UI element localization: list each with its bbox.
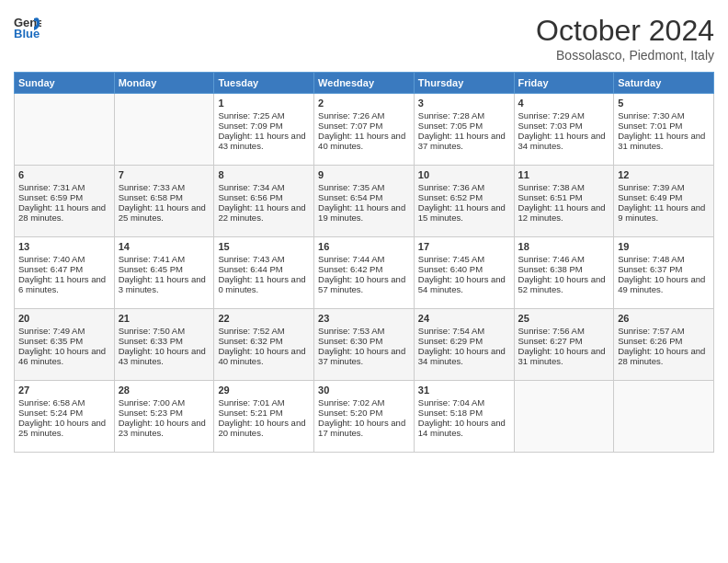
day-number: 22 <box>218 313 310 324</box>
calendar-cell: 10Sunrise: 7:36 AMSunset: 6:52 PMDayligh… <box>414 166 514 237</box>
day-info: Sunset: 6:52 PM <box>418 192 510 202</box>
day-info: Sunset: 5:20 PM <box>318 408 410 418</box>
calendar-table: Sunday Monday Tuesday Wednesday Thursday… <box>14 72 714 453</box>
day-info: Sunset: 6:26 PM <box>618 336 710 346</box>
day-info: Sunrise: 7:26 AM <box>318 110 410 121</box>
calendar-cell: 21Sunrise: 7:50 AMSunset: 6:33 PMDayligh… <box>114 309 214 381</box>
day-number: 7 <box>119 169 210 180</box>
day-number: 1 <box>218 98 310 109</box>
day-info: Daylight: 10 hours and 17 minutes. <box>318 418 410 438</box>
day-number: 21 <box>119 313 210 324</box>
day-info: Sunset: 6:37 PM <box>618 264 710 274</box>
day-number: 4 <box>518 98 610 109</box>
day-number: 19 <box>618 241 710 252</box>
day-number: 13 <box>18 241 110 252</box>
day-info: Sunset: 7:03 PM <box>518 121 610 131</box>
day-info: Daylight: 10 hours and 23 minutes. <box>119 418 210 438</box>
day-info: Daylight: 11 hours and 34 minutes. <box>518 131 610 151</box>
day-info: Sunset: 5:24 PM <box>18 408 110 418</box>
day-info: Sunset: 6:59 PM <box>18 192 110 202</box>
day-info: Daylight: 10 hours and 37 minutes. <box>318 346 410 366</box>
day-number: 3 <box>418 98 510 109</box>
calendar-cell: 18Sunrise: 7:46 AMSunset: 6:38 PMDayligh… <box>514 237 614 309</box>
day-info: Sunrise: 7:35 AM <box>318 182 410 192</box>
day-info: Sunset: 6:27 PM <box>518 336 610 346</box>
day-number: 20 <box>18 313 110 324</box>
day-info: Sunset: 5:23 PM <box>119 408 210 418</box>
day-info: Sunset: 7:05 PM <box>418 121 510 131</box>
calendar-cell <box>114 94 214 166</box>
calendar-cell: 7Sunrise: 7:33 AMSunset: 6:58 PMDaylight… <box>114 166 214 237</box>
day-number: 14 <box>119 241 210 252</box>
day-info: Sunrise: 7:30 AM <box>618 110 710 121</box>
day-info: Daylight: 11 hours and 25 minutes. <box>119 202 210 223</box>
day-number: 28 <box>119 385 210 396</box>
calendar-cell: 2Sunrise: 7:26 AMSunset: 7:07 PMDaylight… <box>314 94 415 166</box>
day-info: Daylight: 10 hours and 54 minutes. <box>418 274 510 294</box>
day-info: Daylight: 11 hours and 15 minutes. <box>418 202 510 223</box>
day-info: Sunset: 6:29 PM <box>418 336 510 346</box>
day-number: 17 <box>418 241 510 252</box>
calendar-cell: 5Sunrise: 7:30 AMSunset: 7:01 PMDaylight… <box>614 94 714 166</box>
day-info: Sunrise: 7:39 AM <box>618 182 710 192</box>
day-number: 16 <box>318 241 410 252</box>
calendar-cell: 25Sunrise: 7:56 AMSunset: 6:27 PMDayligh… <box>514 309 614 381</box>
day-info: Sunset: 6:38 PM <box>518 264 610 274</box>
calendar-cell: 16Sunrise: 7:44 AMSunset: 6:42 PMDayligh… <box>314 237 415 309</box>
day-info: Daylight: 10 hours and 28 minutes. <box>618 346 710 366</box>
day-info: Sunrise: 7:53 AM <box>318 326 410 336</box>
col-monday: Monday <box>114 73 214 94</box>
calendar-page: General Blue October 2024 Bossolasco, Pi… <box>0 0 728 563</box>
day-number: 25 <box>518 313 610 324</box>
day-info: Sunrise: 7:40 AM <box>18 254 110 264</box>
day-info: Daylight: 11 hours and 3 minutes. <box>119 274 210 294</box>
col-friday: Friday <box>514 73 614 94</box>
col-wednesday: Wednesday <box>314 73 415 94</box>
day-info: Daylight: 11 hours and 12 minutes. <box>518 202 610 223</box>
calendar-cell: 27Sunrise: 6:58 AMSunset: 5:24 PMDayligh… <box>15 381 115 453</box>
day-info: Sunset: 5:21 PM <box>218 408 310 418</box>
day-info: Daylight: 10 hours and 20 minutes. <box>218 418 310 438</box>
day-info: Sunrise: 7:29 AM <box>518 110 610 121</box>
day-info: Sunset: 6:35 PM <box>18 336 110 346</box>
day-info: Sunrise: 7:31 AM <box>18 182 110 192</box>
calendar-cell: 22Sunrise: 7:52 AMSunset: 6:32 PMDayligh… <box>214 309 314 381</box>
day-info: Sunrise: 7:01 AM <box>218 397 310 408</box>
day-number: 5 <box>618 98 710 109</box>
day-info: Sunrise: 7:02 AM <box>318 397 410 408</box>
day-number: 10 <box>418 169 510 180</box>
calendar-week-5: 27Sunrise: 6:58 AMSunset: 5:24 PMDayligh… <box>15 381 714 453</box>
day-info: Daylight: 11 hours and 22 minutes. <box>218 202 310 223</box>
day-info: Daylight: 10 hours and 49 minutes. <box>618 274 710 294</box>
day-info: Sunset: 6:51 PM <box>518 192 610 202</box>
col-saturday: Saturday <box>614 73 714 94</box>
calendar-cell: 31Sunrise: 7:04 AMSunset: 5:18 PMDayligh… <box>414 381 514 453</box>
day-info: Sunrise: 7:52 AM <box>218 326 310 336</box>
day-info: Sunrise: 7:36 AM <box>418 182 510 192</box>
calendar-cell <box>514 381 614 453</box>
calendar-cell: 8Sunrise: 7:34 AMSunset: 6:56 PMDaylight… <box>214 166 314 237</box>
day-info: Daylight: 11 hours and 40 minutes. <box>318 131 410 151</box>
day-info: Daylight: 11 hours and 19 minutes. <box>318 202 410 223</box>
calendar-cell: 14Sunrise: 7:41 AMSunset: 6:45 PMDayligh… <box>114 237 214 309</box>
calendar-cell: 1Sunrise: 7:25 AMSunset: 7:09 PMDaylight… <box>214 94 314 166</box>
calendar-cell: 17Sunrise: 7:45 AMSunset: 6:40 PMDayligh… <box>414 237 514 309</box>
month-title: October 2024 <box>536 14 714 48</box>
col-sunday: Sunday <box>15 73 115 94</box>
day-info: Daylight: 11 hours and 9 minutes. <box>618 202 710 223</box>
day-number: 27 <box>18 385 110 396</box>
day-info: Daylight: 11 hours and 43 minutes. <box>218 131 310 151</box>
day-number: 2 <box>318 98 410 109</box>
day-info: Daylight: 11 hours and 31 minutes. <box>618 131 710 151</box>
col-thursday: Thursday <box>414 73 514 94</box>
location: Bossolasco, Piedmont, Italy <box>536 48 714 63</box>
day-info: Sunrise: 7:00 AM <box>119 397 210 408</box>
calendar-cell: 24Sunrise: 7:54 AMSunset: 6:29 PMDayligh… <box>414 309 514 381</box>
day-info: Daylight: 11 hours and 37 minutes. <box>418 131 510 151</box>
day-info: Daylight: 11 hours and 6 minutes. <box>18 274 110 294</box>
calendar-cell: 20Sunrise: 7:49 AMSunset: 6:35 PMDayligh… <box>15 309 115 381</box>
day-info: Sunrise: 7:48 AM <box>618 254 710 264</box>
day-info: Sunrise: 7:41 AM <box>119 254 210 264</box>
day-info: Sunset: 6:47 PM <box>18 264 110 274</box>
day-number: 18 <box>518 241 610 252</box>
